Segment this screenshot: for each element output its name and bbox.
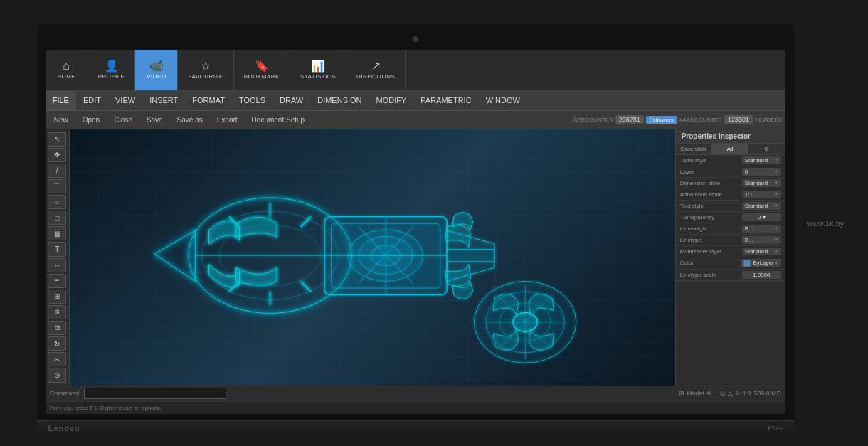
nav-home[interactable]: ⌂ HOME [46,50,88,90]
tool-dimension[interactable]: ↔ [48,258,66,272]
menu-format[interactable]: FORMAT [185,91,232,110]
canvas-area[interactable] [70,129,675,386]
properties-panel: Properties Inspector Essentials All ⚙ Ta… [675,129,785,386]
readers-label: Readers [755,117,783,123]
statistics-label: STATISTICS [300,73,336,80]
snap-icon[interactable]: ⊕ [706,390,712,397]
profile-icon: 👤 [105,60,119,72]
transparency-value[interactable]: 0 ▾ [742,213,781,221]
color-label: Color [680,260,741,266]
tool-pan[interactable]: ✥ [48,148,66,162]
btn-new[interactable]: New [48,112,74,127]
panel-tabs: Essentials All ⚙ [676,144,785,155]
tool-text[interactable]: T [48,242,66,256]
svg-line-7 [301,216,311,226]
linetype-scale-value[interactable]: 1.0000 [742,271,781,279]
tool-zoom[interactable]: ⊙ [48,368,66,382]
btn-save[interactable]: Save [141,112,169,127]
tool-trim[interactable]: ✂ [48,352,66,366]
tool-block[interactable]: ⊞ [48,290,66,304]
counter-group: BPDCOUNTER 208781 Followers #AASCOUNTER … [573,115,783,124]
track-icon[interactable]: ⊘ [735,390,741,397]
nav-statistics[interactable]: 📊 STATISTICS [290,50,346,90]
nav-video[interactable]: 📹 VIDEO [135,50,178,90]
tool-line[interactable]: / [48,164,66,178]
nav-bookmark[interactable]: 🔖 BOOKMARK [234,50,290,90]
transparency-label: Transparency [680,214,742,221]
dim-style-label: Dimension style [680,180,742,186]
btn-export[interactable]: Export [211,112,243,127]
nav-profile[interactable]: 👤 PROFILE [88,50,136,90]
laptop: ⌂ HOME 👤 PROFILE 📹 VIDEO ☆ FAVOURITE 🔖 [24,11,807,435]
profile-label: PROFILE [98,73,125,80]
linetype-value[interactable]: B... [742,236,781,244]
multileader-value[interactable]: Standard [742,248,781,255]
tab-all[interactable]: All [712,144,748,154]
menu-parametric[interactable]: PARAMETRIC [413,91,478,110]
tool-layer[interactable]: ≡ [48,274,66,288]
menu-bar: FILE EDIT VIEW INSERT FORMAT TOOLS DRAW … [46,91,785,111]
command-bar: Command: ⊞ Model ⊕ ⟂ ◎ △ ⊘ 1:1 589.0 MB [46,386,785,401]
engine-visualization [70,129,675,386]
tab-essentials[interactable]: Essentials [676,144,712,154]
dim-style-value[interactable]: Standard [742,179,781,187]
model-label[interactable]: Model [687,390,704,397]
workspace: ↖ ✥ / ⌒ ○ □ ▦ T ↔ ≡ ⊞ ⊕ ⧉ ↻ ✂ ⊙ [46,129,785,386]
tool-hatch[interactable]: ▦ [48,226,66,240]
menu-window[interactable]: WINDOW [479,91,527,110]
zoom-label: 1:1 [743,390,752,397]
text-style-value[interactable]: Standard [742,202,781,210]
statistics-icon: 📊 [311,60,325,72]
file-size: 589.0 MB [753,390,781,397]
menu-draw[interactable]: DRAW [272,91,310,110]
btn-save-as[interactable]: Save as [171,112,208,127]
menu-view[interactable]: VIEW [108,91,142,110]
menu-tools[interactable]: TOOLS [232,91,272,110]
tool-arc[interactable]: ⌒ [48,179,66,193]
tool-select[interactable]: ↖ [48,132,66,147]
prop-multileader: Multileader style Standard [676,246,785,257]
multileader-label: Multileader style [680,248,742,255]
osnap-icon[interactable]: △ [728,390,733,397]
home-label: HOME [57,73,75,80]
camera-bar [46,33,785,46]
bookmark-label: BOOKMARK [244,73,280,80]
btn-open[interactable]: Open [77,112,105,127]
nav-directions[interactable]: ↗ DIRECTIONS [346,50,406,90]
btn-close[interactable]: Close [108,112,138,127]
layer-value[interactable]: 0 [742,168,781,176]
command-input[interactable] [84,388,226,399]
prop-table-style: Table style Standard [676,155,785,166]
tool-rect[interactable]: □ [48,211,66,225]
tool-move[interactable]: ⊕ [48,305,66,319]
tool-copy[interactable]: ⧉ [48,321,66,335]
annotation-scale-value[interactable]: 1:1 [742,191,781,198]
polar-icon[interactable]: ◎ [720,390,726,397]
directions-icon: ↗ [371,60,381,72]
btn-document-setup[interactable]: Document Setup [246,112,311,127]
bpdcounter-value: 208781 [615,115,644,124]
lineweight-value[interactable]: B... [742,225,781,233]
help-text: For Help, press F1. Right mouse for opti… [50,405,162,411]
table-style-value[interactable]: Standard [742,156,781,164]
prop-color: Color ByLayer [676,257,785,270]
tool-circle[interactable]: ○ [48,195,66,209]
menu-insert[interactable]: INSERT [142,91,185,110]
model-text: P14s [768,425,783,432]
menu-file[interactable]: FILE [46,91,76,110]
left-toolbar: ↖ ✥ / ⌒ ○ □ ▦ T ↔ ≡ ⊞ ⊕ ⧉ ↻ ✂ ⊙ [46,129,70,386]
prop-dim-style: Dimension style Standard [676,178,785,189]
aascounter-label: #AASCOUNTER [679,117,722,123]
menu-dimension[interactable]: DIMENSION [310,91,369,110]
grid-icon[interactable]: ⊞ [679,390,684,397]
tool-rotate[interactable]: ↻ [48,336,66,351]
tab-extra[interactable]: ⚙ [748,144,785,154]
menu-edit[interactable]: EDIT [76,91,108,110]
menu-modify[interactable]: MODIFY [369,91,414,110]
color-value[interactable]: ByLayer [741,259,780,267]
text-style-label: Text style [680,203,742,209]
table-style-label: Table style [680,157,742,164]
brand-logo: Lenovo [48,424,80,432]
nav-favourite[interactable]: ☆ FAVOURITE [178,50,233,90]
ortho-icon[interactable]: ⟂ [714,390,718,397]
